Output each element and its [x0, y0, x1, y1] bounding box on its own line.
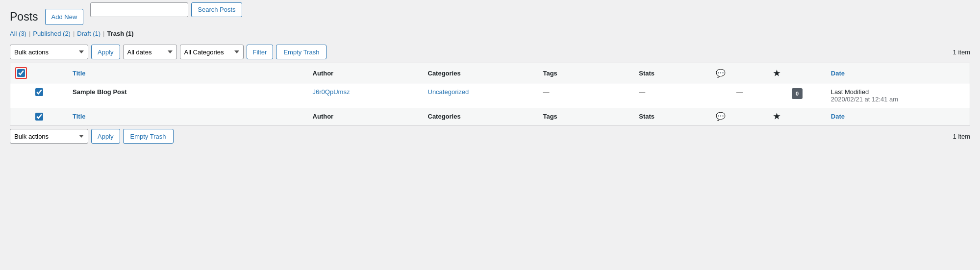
footer-date[interactable]: Date: [826, 108, 970, 125]
footer-checkbox-col: [10, 108, 68, 125]
header-stats: Stats: [634, 63, 711, 83]
header-title[interactable]: Title: [68, 63, 308, 83]
footer-likes: ★: [768, 108, 826, 125]
items-count-bottom: 1 item: [953, 133, 970, 140]
apply-button-bottom[interactable]: Apply: [91, 129, 120, 144]
categories-select-top[interactable]: All Categories: [180, 45, 244, 59]
row-title: Sample Blog Post: [68, 83, 308, 108]
filter-published[interactable]: Published (2): [33, 30, 71, 37]
comment-icon-footer: 💬: [716, 112, 726, 121]
star-icon-footer: ★: [773, 112, 780, 121]
comment-icon: 💬: [716, 69, 726, 77]
row-author: J6r0QpUmsz: [308, 83, 423, 108]
header-checkbox-col: [10, 63, 68, 83]
search-posts-button[interactable]: Search Posts: [191, 2, 242, 17]
row-stats: —: [634, 83, 711, 108]
empty-trash-button-bottom[interactable]: Empty Trash: [123, 129, 174, 144]
footer-select-all-checkbox[interactable]: [35, 113, 43, 121]
filter-all[interactable]: All (3): [10, 30, 26, 37]
header-author: Author: [308, 63, 423, 83]
row-categories: Uncategorized: [423, 83, 538, 108]
footer-stats: Stats: [634, 108, 711, 125]
tablenav-bottom: Bulk actions Apply Empty Trash 1 item: [10, 126, 970, 146]
header-tags: Tags: [538, 63, 634, 83]
footer-comments: 💬: [711, 108, 768, 125]
row-likes: 0: [768, 83, 826, 108]
empty-trash-button-top[interactable]: Empty Trash: [276, 45, 327, 59]
filter-links: All (3) | Published (2) | Draft (1) | Tr…: [10, 30, 970, 37]
footer-categories: Categories: [423, 108, 538, 125]
items-count-top: 1 item: [953, 49, 970, 56]
header-categories: Categories: [423, 63, 538, 83]
row-checkbox[interactable]: [35, 88, 43, 96]
star-icon-header: ★: [773, 69, 780, 77]
row-checkbox-col: [10, 83, 68, 108]
search-input[interactable]: [90, 2, 188, 17]
bulk-actions-select-bottom[interactable]: Bulk actions: [10, 129, 88, 144]
footer-author: Author: [308, 108, 423, 125]
filter-draft[interactable]: Draft (1): [77, 30, 101, 37]
table-row: Sample Blog Post J6r0QpUmsz Uncategorize…: [10, 83, 970, 108]
posts-list: Sample Blog Post J6r0QpUmsz Uncategorize…: [10, 83, 970, 108]
header-date[interactable]: Date: [826, 63, 970, 83]
add-new-button[interactable]: Add New: [45, 9, 84, 25]
row-comments: —: [711, 83, 768, 108]
select-all-checkbox[interactable]: [17, 69, 25, 77]
dates-select-top[interactable]: All dates: [123, 45, 177, 59]
footer-title[interactable]: Title: [68, 108, 308, 125]
apply-button-top[interactable]: Apply: [91, 45, 120, 59]
page-title: Posts: [10, 10, 38, 24]
row-tags: —: [538, 83, 634, 108]
filter-trash[interactable]: Trash (1): [107, 30, 133, 37]
header-likes: ★: [768, 63, 826, 83]
row-date: Last Modified 2020/02/21 at 12:41 am: [826, 83, 970, 108]
header-comments: 💬: [711, 63, 768, 83]
posts-table: Title Author Categories Tags Stats 💬 ★ D…: [10, 63, 970, 125]
footer-tags: Tags: [538, 108, 634, 125]
filter-button-top[interactable]: Filter: [247, 45, 274, 59]
bulk-actions-select-top[interactable]: Bulk actions: [10, 45, 88, 59]
tablenav-top: Bulk actions Apply All dates All Categor…: [10, 42, 970, 62]
